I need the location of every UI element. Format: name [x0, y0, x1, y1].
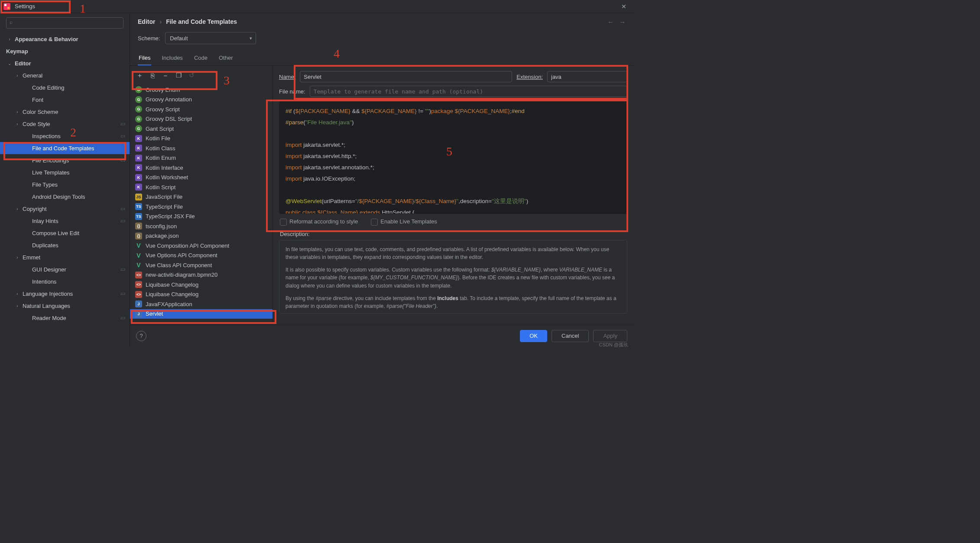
template-item[interactable]: <>Liquibase Changelog: [130, 290, 273, 300]
kotlin-icon: K: [135, 155, 142, 162]
tree-item[interactable]: ›Appearance & Behavior: [0, 33, 130, 45]
close-icon[interactable]: ✕: [618, 2, 630, 11]
template-item[interactable]: JServlet: [130, 309, 273, 319]
template-list[interactable]: GGroovy EnumGGroovy AnnotationGGroovy Sc…: [130, 85, 273, 325]
template-item[interactable]: JJavaFXApplication: [130, 299, 273, 309]
scheme-select[interactable]: Default: [165, 32, 256, 44]
tree-item[interactable]: Intentions: [0, 275, 130, 288]
tree-item[interactable]: ›Copyright▭: [0, 203, 130, 215]
tree-item[interactable]: Font: [0, 94, 130, 106]
tree-item[interactable]: File Types: [0, 178, 130, 191]
json-icon: {}: [135, 233, 142, 239]
template-item[interactable]: {}package.json: [130, 231, 273, 241]
template-item[interactable]: JSJavaScript File: [130, 192, 273, 202]
kotlin-icon: K: [135, 184, 142, 191]
template-item[interactable]: GGant Script: [130, 124, 273, 134]
tree-item[interactable]: Reader Mode▭: [0, 312, 130, 324]
tab-includes[interactable]: Includes: [161, 51, 183, 65]
tree-item[interactable]: Code Editing: [0, 81, 130, 94]
tree-item[interactable]: ›Code Style▭: [0, 118, 130, 130]
tree-item[interactable]: Live Templates: [0, 166, 130, 178]
tree-item[interactable]: ⌄Editor: [0, 57, 130, 69]
json-icon: {}: [135, 223, 142, 229]
template-item[interactable]: VVue Options API Component: [130, 251, 273, 261]
tree-item[interactable]: ›Natural Languages: [0, 300, 130, 312]
svg-rect-2: [7, 7, 10, 9]
tree-item[interactable]: ›Language Injections▭: [0, 288, 130, 300]
tree-item[interactable]: ›General: [0, 69, 130, 81]
tree-item[interactable]: File Encodings▭: [0, 154, 130, 166]
template-name-input[interactable]: [300, 71, 512, 82]
filename-input[interactable]: [310, 86, 627, 97]
template-item[interactable]: KKotlin Class: [130, 143, 273, 153]
tree-item[interactable]: GUI Designer▭: [0, 263, 130, 275]
template-item[interactable]: KKotlin Enum: [130, 153, 273, 163]
groovy-icon: G: [135, 106, 142, 113]
vue-icon: V: [135, 242, 142, 249]
tree-item[interactable]: ›Color Scheme: [0, 106, 130, 118]
kotlin-icon: K: [135, 174, 142, 181]
tab-code[interactable]: Code: [193, 51, 208, 65]
template-item[interactable]: GGroovy Enum: [130, 85, 273, 95]
remove-template-button[interactable]: −: [161, 72, 170, 79]
dialog-footer: ? OK Cancel Apply: [130, 325, 633, 346]
settings-tree-panel: ⌕ ›Appearance & BehaviorKeymap⌄Editor›Ge…: [0, 13, 130, 346]
tree-item[interactable]: Duplicates: [0, 239, 130, 251]
template-item[interactable]: KKotlin Interface: [130, 163, 273, 173]
java-icon: J: [135, 310, 142, 317]
template-item[interactable]: TSTypeScript JSX File: [130, 212, 273, 222]
tree-item[interactable]: Compose Live Edit: [0, 227, 130, 239]
tab-files[interactable]: Files: [138, 51, 151, 65]
ok-button[interactable]: OK: [520, 330, 547, 342]
template-item[interactable]: GGroovy Annotation: [130, 95, 273, 105]
template-item[interactable]: <>Liquibase Changelog: [130, 280, 273, 290]
cancel-button[interactable]: Cancel: [552, 330, 589, 342]
annotation-num-3: 3: [224, 74, 230, 87]
template-item[interactable]: GGroovy Script: [130, 104, 273, 114]
breadcrumb-root[interactable]: Editor: [138, 18, 155, 25]
create-from-template-button[interactable]: ⎘: [148, 72, 157, 79]
template-item[interactable]: <>new-activiti-diagram.bpmn20: [130, 270, 273, 280]
watermark: CSDN @孤玖: [599, 342, 628, 348]
search-input[interactable]: [6, 17, 123, 29]
description-box: In file templates, you can use text, cod…: [279, 240, 627, 314]
reformat-checkbox[interactable]: Reformat according to style: [280, 218, 358, 226]
add-template-button[interactable]: ＋: [135, 71, 144, 80]
svg-rect-1: [4, 4, 6, 6]
xml-icon: <>: [135, 291, 142, 298]
tree-item[interactable]: Keymap: [0, 45, 130, 57]
template-toolbar: ＋ ⎘ − ❐ ↺: [130, 66, 273, 85]
template-tabs: FilesIncludesCodeOther: [130, 51, 633, 66]
template-item[interactable]: VVue Composition API Component: [130, 241, 273, 251]
extension-label: Extension:: [516, 74, 543, 80]
template-item[interactable]: KKotlin Worksheet: [130, 173, 273, 183]
kotlin-icon: K: [135, 145, 142, 152]
tab-other[interactable]: Other: [218, 51, 234, 65]
tree-item[interactable]: ›Emmet: [0, 251, 130, 263]
help-button[interactable]: ?: [136, 331, 146, 341]
app-logo: [3, 3, 10, 10]
template-item[interactable]: KKotlin File: [130, 134, 273, 144]
enable-live-templates-checkbox[interactable]: Enable Live Templates: [371, 218, 437, 226]
tree-item[interactable]: Inspections▭: [0, 130, 130, 142]
template-item[interactable]: VVue Class API Component: [130, 260, 273, 270]
nav-forward-icon[interactable]: →: [619, 18, 626, 26]
template-code-editor[interactable]: #if (${PACKAGE_NAME} && ${PACKAGE_NAME} …: [279, 101, 627, 214]
nav-back-icon[interactable]: ←: [607, 18, 614, 26]
search-icon: ⌕: [10, 19, 13, 25]
xml-icon: <>: [135, 281, 142, 288]
copy-template-button[interactable]: ❐: [174, 71, 183, 79]
kotlin-icon: K: [135, 164, 142, 171]
apply-button[interactable]: Apply: [593, 330, 627, 342]
extension-input[interactable]: [547, 71, 627, 82]
template-item[interactable]: {}tsconfig.json: [130, 221, 273, 231]
js-icon: JS: [135, 194, 142, 200]
tree-item[interactable]: Android Design Tools: [0, 191, 130, 203]
filename-label: File name:: [279, 88, 305, 95]
template-item[interactable]: TSTypeScript File: [130, 202, 273, 212]
tree-item[interactable]: Inlay Hints▭: [0, 215, 130, 227]
tree-item[interactable]: File and Code Templates: [0, 142, 130, 154]
settings-tree[interactable]: ›Appearance & BehaviorKeymap⌄Editor›Gene…: [0, 33, 130, 346]
template-item[interactable]: GGroovy DSL Script: [130, 114, 273, 124]
template-item[interactable]: KKotlin Script: [130, 182, 273, 192]
